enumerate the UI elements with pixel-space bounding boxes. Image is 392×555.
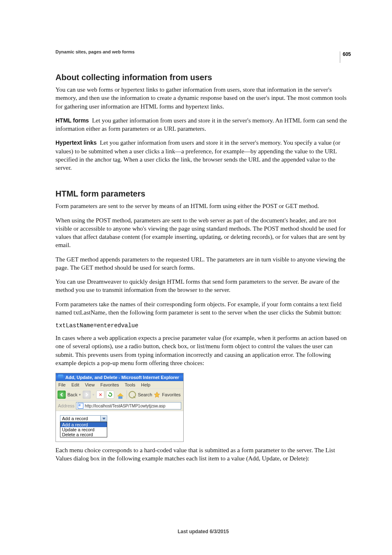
para: Form parameters are sent to the server b… <box>55 202 351 210</box>
ie-menubar[interactable]: File Edit View Favorites Tools Help <box>56 381 183 389</box>
back-label[interactable]: Back <box>67 392 77 397</box>
text: Let you gather information from users an… <box>55 139 340 171</box>
home-button[interactable] <box>116 390 125 399</box>
ie-toolbar: Back ▾ ▾ ✕ Search Favorites <box>56 389 183 401</box>
text: Let you gather information from users an… <box>55 117 347 132</box>
address-label: Address <box>58 403 74 408</box>
ie-content-area: Add a record Add a record Update a recor… <box>56 411 183 442</box>
footer-last-updated: Last updated 6/3/2015 <box>55 529 351 534</box>
address-input[interactable]: http://localhost/TestASP/TMP1owtytjzsw.a… <box>76 402 181 409</box>
label-html-forms: HTML forms <box>55 117 89 124</box>
search-label[interactable]: Search <box>138 392 152 397</box>
address-url: http://localhost/TestASP/TMP1owtytjzsw.a… <box>85 404 165 408</box>
heading-about-collecting: About collecting information from users <box>55 73 351 82</box>
page-number: 605 <box>340 51 351 63</box>
para-hypertext-links: Hypertext links Let you gather informati… <box>55 139 351 172</box>
para-html-forms: HTML forms Let you gather information fr… <box>55 116 351 133</box>
para: Form parameters take the names of their … <box>55 300 351 317</box>
page-icon <box>78 403 83 409</box>
refresh-button[interactable] <box>106 391 114 399</box>
favorites-star-icon[interactable] <box>154 391 160 398</box>
combo-box[interactable]: Add a record <box>60 415 107 422</box>
menu-favorites[interactable]: Favorites <box>100 382 119 387</box>
forward-button[interactable] <box>83 391 91 399</box>
menu-view[interactable]: View <box>85 382 95 387</box>
search-icon[interactable] <box>129 391 136 398</box>
para: Each menu choice corresponds to a hard-c… <box>55 446 351 463</box>
para: You can use Dreamweaver to quickly desig… <box>55 278 351 294</box>
combo-selected-value: Add a record <box>60 415 101 422</box>
para: When using the POST method, parameters a… <box>55 216 351 250</box>
option-update[interactable]: Update a record <box>60 427 107 432</box>
ie-screenshot: Add, Update, and Delete - Microsoft Inte… <box>55 373 184 442</box>
para: In cases where a web application expects… <box>55 334 351 367</box>
option-add[interactable]: Add a record <box>60 422 107 427</box>
favorites-label[interactable]: Favorites <box>162 392 180 397</box>
code-sample: txtLastName=enteredvalue <box>55 322 351 329</box>
menu-edit[interactable]: Edit <box>71 382 79 387</box>
menu-tools[interactable]: Tools <box>125 382 136 387</box>
heading-html-form-parameters: HTML form parameters <box>55 189 351 199</box>
menu-file[interactable]: File <box>58 382 66 387</box>
para: The GET method appends parameters to the… <box>55 255 351 272</box>
option-delete[interactable]: Delete a record <box>60 432 107 437</box>
ie-title: Add, Update, and Delete - Microsoft Inte… <box>65 375 179 380</box>
menu-help[interactable]: Help <box>141 382 150 387</box>
ie-titlebar: Add, Update, and Delete - Microsoft Inte… <box>56 373 183 381</box>
ie-addressbar: Address http://localhost/TestASP/TMP1owt… <box>56 401 183 411</box>
header-breadcrumb: Dynamic sites, pages and web forms <box>55 49 351 54</box>
para: You can use web forms or hypertext links… <box>55 86 351 111</box>
back-dropdown-icon[interactable]: ▾ <box>79 393 81 397</box>
stop-button[interactable]: ✕ <box>96 391 104 399</box>
back-button[interactable] <box>58 391 66 399</box>
toolbar-separator <box>127 390 127 399</box>
ie-logo-icon <box>58 375 63 380</box>
forward-dropdown-icon: ▾ <box>92 393 95 397</box>
combo-dropdown[interactable]: Add a record Update a record Delete a re… <box>60 422 107 437</box>
chevron-down-icon[interactable] <box>101 415 107 422</box>
label-hypertext-links: Hypertext links <box>55 139 97 146</box>
